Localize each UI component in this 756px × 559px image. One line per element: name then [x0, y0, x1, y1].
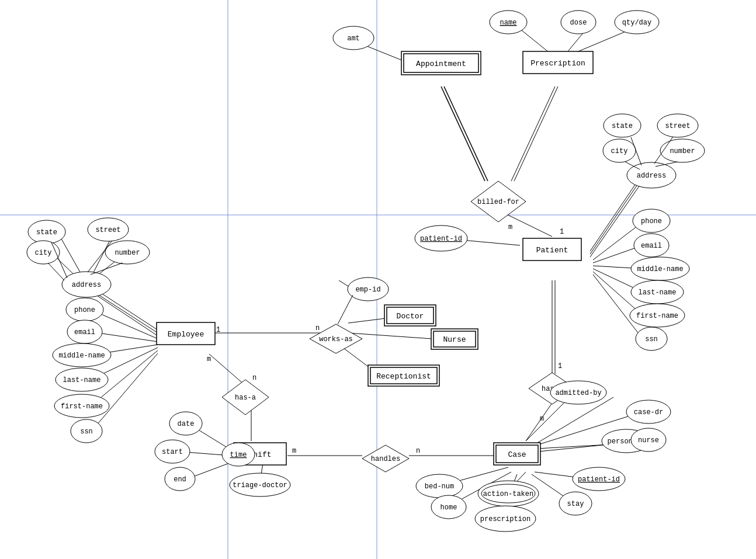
works-as-1-label: 1: [216, 326, 220, 334]
case-dr-label: case-dr: [634, 408, 663, 416]
patient-number-label: number: [670, 147, 695, 155]
prescription-label: Prescription: [530, 59, 585, 68]
svg-line-60: [338, 295, 353, 324]
patient-id-left-label: patient-id: [420, 235, 462, 243]
prescription-name-label: name: [500, 19, 517, 27]
svg-line-3: [519, 28, 549, 53]
er-diagram-svg: Appointment Prescription Patient Employe…: [0, 0, 756, 559]
svg-line-24: [93, 293, 158, 336]
emp-phone-label: phone: [74, 306, 95, 314]
employee-label: Employee: [168, 330, 204, 339]
svg-line-30: [91, 353, 158, 432]
emp-middle-name-label: middle-name: [58, 352, 105, 360]
doctor-label: Doctor: [397, 312, 424, 321]
billed-for-label: billed-for: [477, 198, 519, 206]
handles-n-label: n: [416, 447, 420, 455]
shift-start-label: start: [162, 448, 183, 456]
handles-m-label: m: [292, 447, 296, 455]
patient-ssn-label: ssn: [645, 335, 658, 343]
amt-label: amt: [347, 34, 360, 43]
patient-state-label: state: [612, 122, 633, 130]
patient-city-label: city: [611, 147, 628, 155]
svg-line-17: [593, 275, 643, 339]
svg-line-35: [209, 354, 245, 386]
shift-date-label: date: [178, 420, 195, 428]
works-as-n-label: n: [315, 324, 320, 332]
svg-line-21: [526, 403, 552, 441]
case-stay-label: stay: [567, 500, 584, 508]
case-patient-id-label: patient-id: [578, 475, 620, 484]
case-action-taken-label: action-taken: [483, 490, 533, 498]
emp-email-label: email: [74, 328, 95, 336]
svg-line-6: [511, 86, 555, 181]
shift-triage-doctor-label: triage-doctor: [233, 481, 287, 489]
case-admitted-by-label: admitted-by: [555, 389, 601, 397]
case-prescription-label: prescription: [480, 515, 530, 523]
employee-address-label: address: [72, 281, 101, 289]
emp-street-label: street: [95, 226, 120, 234]
patient-email-label: email: [641, 242, 662, 250]
has-a-m-label: m: [207, 355, 211, 363]
patient-street-label: street: [665, 122, 690, 130]
svg-line-49: [526, 397, 570, 441]
receptionist-label: Receptionist: [376, 372, 431, 381]
patient-middle-name-label: middle-name: [637, 265, 683, 273]
case-nurse-label: nurse: [638, 436, 659, 445]
svg-line-7: [514, 86, 558, 181]
svg-line-9: [590, 175, 641, 251]
case-home-label: home: [441, 504, 457, 512]
emp-number-label: number: [115, 249, 140, 257]
patient-last-name-label: last-name: [639, 289, 677, 297]
svg-line-37: [348, 318, 386, 323]
has-a-n-label: n: [252, 374, 256, 382]
appointment-label: Appointment: [416, 60, 466, 68]
shift-end-label: end: [174, 475, 186, 484]
patient-phone-label: phone: [641, 217, 662, 225]
case-bed-num-label: bed-num: [425, 482, 454, 491]
patient-label: Patient: [536, 246, 568, 255]
has-a-left-label: has-a: [235, 394, 256, 402]
case-label: Case: [508, 450, 526, 459]
emp-city-label: city: [35, 249, 52, 257]
patient-address-label: address: [637, 172, 666, 180]
handles-label: handles: [371, 455, 400, 463]
shift-time-label: time: [230, 451, 247, 459]
dose-label: dose: [570, 19, 587, 27]
patient-has-a-m-label: m: [540, 415, 544, 423]
billed-for-1-label: 1: [560, 228, 564, 236]
nurse-label: Nurse: [443, 335, 466, 344]
billed-for-m-label: m: [508, 223, 512, 231]
patient-has-a-1-label: 1: [558, 362, 562, 370]
patient-first-name-label: first-name: [636, 312, 678, 320]
er-diagram-canvas: Appointment Prescription Patient Employe…: [0, 0, 756, 559]
works-as-label: works-as: [319, 335, 353, 343]
emp-last-name-label: last-name: [63, 376, 101, 384]
svg-line-1: [441, 86, 485, 181]
emp-first-name-label: first-name: [61, 402, 103, 411]
emp-id-label: emp-id: [355, 286, 380, 294]
emp-ssn-label: ssn: [80, 428, 93, 436]
qty-day-label: qty/day: [622, 19, 651, 27]
emp-state-label: state: [36, 228, 57, 237]
svg-line-2: [444, 86, 488, 181]
